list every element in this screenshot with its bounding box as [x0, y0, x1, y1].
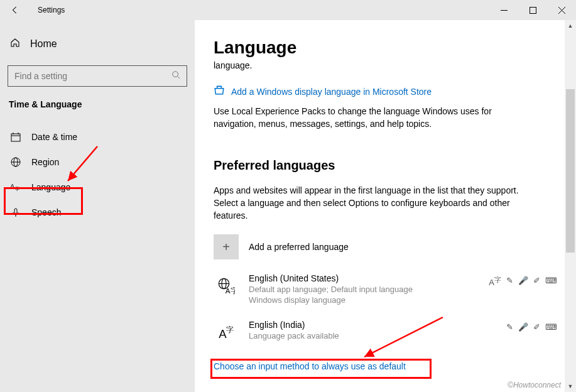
plus-icon: + — [214, 234, 239, 259]
keyboard-icon: ⌨ — [545, 276, 557, 287]
globe-icon — [10, 157, 21, 167]
svg-text:字: 字 — [15, 187, 19, 191]
nav-region[interactable]: Region — [8, 150, 187, 175]
svg-line-5 — [178, 77, 180, 79]
svg-rect-1 — [530, 7, 536, 13]
svg-text:字: 字 — [226, 325, 234, 334]
watermark: ©Howtoconnect — [508, 381, 561, 389]
preferred-languages-title: Preferred languages — [214, 158, 557, 173]
home-label: Home — [30, 38, 57, 50]
nav-label: Language — [31, 182, 70, 192]
svg-text:A字: A字 — [226, 286, 235, 295]
svg-rect-6 — [11, 134, 20, 141]
speech-icon: 🎤 — [518, 276, 528, 287]
scroll-thumb[interactable] — [566, 89, 575, 253]
breadcrumb-small: language. — [214, 60, 557, 70]
handwriting-icon: ✐ — [533, 276, 540, 287]
search-input[interactable] — [14, 71, 171, 81]
nav-speech[interactable]: Speech — [8, 200, 187, 225]
back-button[interactable] — [8, 3, 23, 18]
language-item-en-us[interactable]: A字 English (United States) Default app l… — [214, 273, 557, 306]
nav-date-time[interactable]: Date & time — [8, 124, 187, 150]
nav-label: Speech — [31, 207, 61, 217]
svg-point-4 — [173, 72, 178, 77]
svg-text:A: A — [11, 183, 14, 188]
add-language-button[interactable]: + Add a preferred language — [214, 234, 557, 259]
language-char-icon: A字 — [214, 320, 239, 345]
language-feature-icons: A字 ✎ 🎤 ✐ ⌨ — [489, 276, 557, 287]
handwriting-icon: ✐ — [533, 322, 540, 332]
home-nav[interactable]: Home — [8, 34, 187, 54]
keyboard-icon: ⌨ — [545, 322, 557, 332]
search-box[interactable] — [8, 65, 187, 87]
language-subtitle: Language pack available — [249, 331, 557, 342]
window-title: Settings — [38, 6, 65, 14]
calendar-icon — [10, 132, 21, 142]
scroll-up-button[interactable]: ▲ — [565, 20, 576, 31]
page-title: Language — [214, 38, 557, 58]
language-item-en-in[interactable]: A字 English (India) Language pack availab… — [214, 320, 557, 345]
minimize-button[interactable] — [489, 0, 518, 20]
nav-label: Date & time — [31, 132, 77, 142]
vertical-scrollbar[interactable]: ▲ ▼ — [565, 20, 576, 392]
store-link[interactable]: Add a Windows display language in Micros… — [231, 87, 432, 97]
mic-icon — [10, 207, 21, 217]
home-icon — [10, 38, 20, 50]
close-button[interactable] — [547, 0, 576, 20]
language-subtitle-2: Windows display language — [249, 295, 557, 306]
store-description: Use Local Experience Packs to change the… — [214, 105, 528, 131]
display-lang-icon: A字 — [489, 276, 501, 287]
text-to-speech-icon: ✎ — [506, 276, 513, 287]
language-icon: A字 — [10, 182, 21, 192]
maximize-button[interactable] — [518, 0, 547, 20]
text-to-speech-icon: ✎ — [506, 322, 513, 332]
language-feature-icons: ✎ 🎤 ✐ ⌨ — [506, 322, 557, 332]
nav-label: Region — [31, 157, 59, 167]
store-icon — [214, 84, 225, 99]
nav-language[interactable]: A字 Language — [8, 175, 187, 200]
preferred-languages-desc: Apps and websites will appear in the fir… — [214, 184, 528, 222]
scroll-down-button[interactable]: ▼ — [565, 381, 576, 392]
svg-rect-15 — [14, 209, 17, 214]
add-language-label: Add a preferred language — [249, 242, 349, 252]
search-icon — [171, 70, 180, 82]
category-header: Time & Language — [9, 99, 186, 109]
speech-icon: 🎤 — [518, 322, 528, 332]
language-globe-icon: A字 — [214, 273, 239, 298]
choose-input-method-link[interactable]: Choose an input method to always use as … — [214, 359, 406, 374]
